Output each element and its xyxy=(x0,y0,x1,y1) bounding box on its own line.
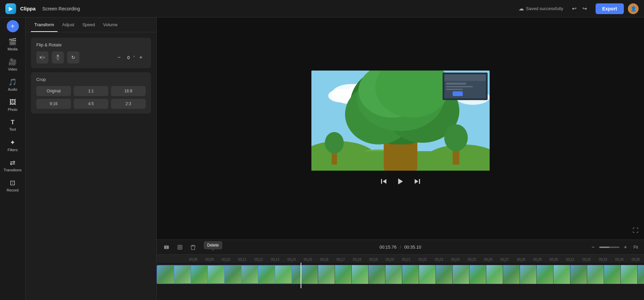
main-layout: + 🎬 Media 🎥 Video 🎵 Audio 🖼 Photo T Text… xyxy=(0,17,644,300)
audio-icon: 🎵 xyxy=(8,78,17,86)
play-button[interactable] xyxy=(395,176,406,187)
ruler-mark: 00:21 xyxy=(398,258,415,261)
ruler-mark: 00:09 xyxy=(201,258,218,261)
svg-marker-39 xyxy=(383,179,386,184)
svg-rect-37 xyxy=(453,91,463,96)
ruler-mark: 00:12 xyxy=(251,258,267,261)
svg-point-27 xyxy=(444,124,468,151)
ruler-marks: 00:08 00:09 00:10 00:11 00:12 00:13 00:1… xyxy=(157,258,644,261)
degree-plus-button[interactable]: + xyxy=(136,53,146,62)
undo-button[interactable]: ↩ xyxy=(570,3,578,14)
cloud-icon: ☁ xyxy=(519,5,524,12)
tab-transform[interactable]: Transform xyxy=(31,17,58,32)
ruler-mark: 00:14 xyxy=(283,258,300,261)
crop-1x1-button[interactable]: 1:1 xyxy=(74,86,108,96)
ruler-mark: 00:27 xyxy=(496,258,513,261)
panel-tabs: Transform Adjust Speed Volume xyxy=(26,17,156,32)
video-track-row xyxy=(157,263,644,286)
sidebar-label-media: Media xyxy=(8,47,18,51)
zoom-out-button[interactable]: − xyxy=(589,243,597,251)
photo-icon: 🖼 xyxy=(9,98,16,106)
tab-adjust[interactable]: Adjust xyxy=(59,17,78,32)
panel-content: Flip & Rotate xyxy=(26,32,156,119)
sidebar-label-video: Video xyxy=(8,67,17,71)
skip-forward-button[interactable] xyxy=(413,177,422,186)
crop-9x16-button[interactable]: 9:16 xyxy=(36,99,71,109)
svg-rect-1 xyxy=(43,56,45,58)
ruler-mark: 00:30 xyxy=(546,258,562,261)
svg-rect-38 xyxy=(381,179,382,184)
sidebar-item-photo[interactable]: 🖼 Photo xyxy=(3,95,23,114)
rotate-button[interactable]: ↻ xyxy=(67,51,79,63)
sidebar-label-filters: Filters xyxy=(8,148,18,152)
logo-icon: ▶ xyxy=(9,5,13,12)
crop-original-button[interactable]: Original xyxy=(36,86,71,96)
current-time: 00:15.76 xyxy=(379,245,396,250)
zoom-in-button[interactable]: + xyxy=(621,243,630,251)
flip-horizontal-button[interactable] xyxy=(36,51,48,63)
export-button[interactable]: Export xyxy=(596,3,624,14)
delete-button[interactable] xyxy=(188,242,198,252)
ruler-mark: 00:33 xyxy=(595,258,611,261)
ruler-mark: 00:22 xyxy=(415,258,431,261)
preview-area: ⛶ xyxy=(157,17,644,240)
record-icon: ⊡ xyxy=(10,179,15,187)
sidebar-item-filters[interactable]: ✦ Filters xyxy=(3,136,23,155)
tab-volume[interactable]: Volume xyxy=(100,17,121,32)
add-media-button[interactable]: + xyxy=(7,20,19,32)
video-frame xyxy=(311,71,490,171)
ruler-mark: 00:17 xyxy=(333,258,349,261)
tab-speed[interactable]: Speed xyxy=(79,17,99,32)
flip-vertical-button[interactable] xyxy=(52,51,64,63)
sidebar-item-media[interactable]: 🎬 Media xyxy=(3,35,23,54)
sidebar-item-record[interactable]: ⊡ Record xyxy=(3,176,23,195)
fit-button[interactable]: Fit xyxy=(632,244,640,250)
ruler-mark: 00:19 xyxy=(365,258,382,261)
ruler-mark: 00:10 xyxy=(218,258,234,261)
svg-marker-40 xyxy=(398,178,403,184)
ruler-mark: 00:15 xyxy=(300,258,316,261)
zoom-slider[interactable] xyxy=(599,247,619,248)
svg-rect-33 xyxy=(444,74,486,81)
sidebar: + 🎬 Media 🎥 Video 🎵 Audio 🖼 Photo T Text… xyxy=(0,17,26,300)
sidebar-label-record: Record xyxy=(7,188,18,192)
split-button[interactable] xyxy=(161,242,172,252)
zoom-controls: − + Fit xyxy=(589,243,640,251)
ruler-mark: 00:20 xyxy=(382,258,398,261)
ruler-mark: 00:25 xyxy=(464,258,480,261)
crop-options: Original 1:1 16:9 9:16 4:5 2:3 xyxy=(36,86,146,109)
ruler-mark: 00:08 xyxy=(185,258,201,261)
degree-input-wrap: − 0 ° + xyxy=(114,53,146,62)
sidebar-item-video[interactable]: 🎥 Video xyxy=(3,55,23,74)
sidebar-item-audio[interactable]: 🎵 Audio xyxy=(3,75,23,94)
skip-back-button[interactable] xyxy=(379,177,388,186)
svg-rect-4 xyxy=(57,58,59,60)
degree-value: 0 xyxy=(125,55,132,60)
redo-button[interactable]: ↪ xyxy=(580,3,589,14)
svg-rect-43 xyxy=(164,246,166,249)
ruler-mark: 00:28 xyxy=(513,258,529,261)
svg-marker-42 xyxy=(415,179,418,184)
ruler-mark: 00:35 xyxy=(628,258,644,261)
crop-16x9-button[interactable]: 16:9 xyxy=(111,86,146,96)
tracks-container xyxy=(157,263,644,300)
video-clip-unselected[interactable] xyxy=(301,265,644,284)
svg-rect-41 xyxy=(419,179,420,184)
sidebar-item-text[interactable]: T Text xyxy=(3,116,23,134)
degree-minus-button[interactable]: − xyxy=(114,53,124,62)
crop-4x5-button[interactable]: 4:5 xyxy=(74,99,108,109)
svg-rect-47 xyxy=(179,246,181,249)
crop-2x3-button[interactable]: 2:3 xyxy=(111,99,146,109)
crop-tool-button[interactable] xyxy=(174,242,186,252)
flip-rotate-controls: ↻ − 0 ° + xyxy=(36,51,146,63)
sidebar-item-transitions[interactable]: ⇄ Transitions xyxy=(3,156,23,175)
video-clip-selected[interactable] xyxy=(157,265,301,284)
flip-rotate-title: Flip & Rotate xyxy=(36,42,146,47)
ruler-mark: 00:32 xyxy=(578,258,595,261)
video-preview xyxy=(311,71,490,171)
screen-fit-button[interactable]: ⛶ xyxy=(633,227,639,234)
sidebar-label-photo: Photo xyxy=(8,108,17,112)
sidebar-label-text: Text xyxy=(9,127,16,131)
svg-rect-34 xyxy=(446,83,466,85)
timeline-toolbar: Delete 00:15.76 / 00:35.10 − + Fit xyxy=(157,240,644,255)
